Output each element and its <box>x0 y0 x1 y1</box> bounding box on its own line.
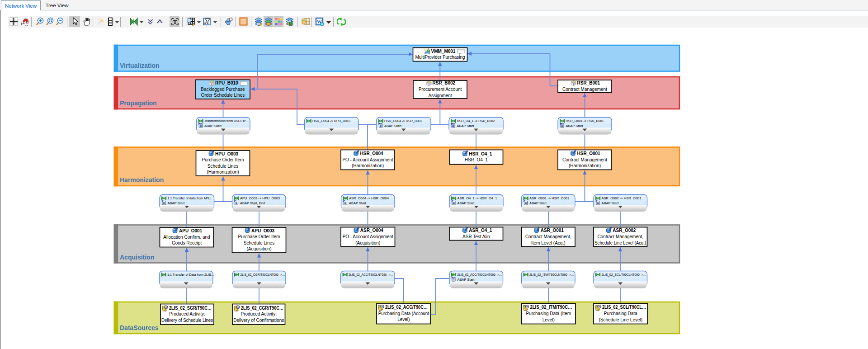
svg-text:1:1 Transfer of data from APU…: 1:1 Transfer of data from APU… <box>168 196 214 200</box>
svg-text:Backlogged Purchase: Backlogged Purchase <box>201 87 245 92</box>
svg-text:ASR_O002: ASR_O002 <box>613 228 636 233</box>
svg-text:ABAP Start, End: ABAP Start, End <box>240 201 265 205</box>
svg-text:Level): Level) <box>542 317 555 322</box>
svg-text:Harmonization: Harmonization <box>120 176 164 184</box>
svg-text:ASR_O001: ASR_O001 <box>541 228 564 233</box>
svg-text:ABAP Start: ABAP Start <box>529 201 547 205</box>
svg-text:PO - Account Assignment: PO - Account Assignment <box>343 234 393 239</box>
svg-text:ASR_O4_1: ASR_O4_1 <box>469 228 492 233</box>
svg-text:Contract Management,: Contract Management, <box>597 234 643 239</box>
svg-text:2LIS_02_ITM/T90C…: 2LIS_02_ITM/T90C… <box>530 305 572 310</box>
svg-text:Level): Level) <box>397 317 410 322</box>
svg-text:PO - Account Assignment: PO - Account Assignment <box>343 157 393 162</box>
svg-text:ASR_O001 -> HSR_O001: ASR_O001 -> HSR_O001 <box>529 196 569 200</box>
svg-text:Purchase Order Item: Purchase Order Item <box>202 157 244 162</box>
svg-text:ASR Test Alin: ASR Test Alin <box>462 234 490 239</box>
svg-text:2LIS_02_ACC/T90CLNT090 ->…: 2LIS_02_ACC/T90CLNT090 ->… <box>349 273 393 277</box>
svg-text:RSR_B002: RSR_B002 <box>433 80 456 85</box>
svg-text:HSR_O4_1 -> RSR_B002: HSR_O4_1 -> RSR_B002 <box>457 119 495 123</box>
svg-text:Purchasing Data (Item: Purchasing Data (Item <box>526 311 571 316</box>
svg-text:HSR_O4_1: HSR_O4_1 <box>469 151 492 156</box>
svg-text:Purchase Order Item: Purchase Order Item <box>238 234 280 239</box>
svg-text:2LIS_02_CGR/T90C…: 2LIS_02_CGR/T90C… <box>241 306 283 311</box>
svg-text:APU_O003 -> HPU_O003: APU_O003 -> HPU_O003 <box>240 196 280 200</box>
svg-text:2LIS_02_ACC/T90CLNT090 ->…: 2LIS_02_ACC/T90CLNT090 ->… <box>458 273 502 277</box>
svg-text:HSR_O004: HSR_O004 <box>360 151 384 156</box>
svg-text:ASR_O004: ASR_O004 <box>360 228 384 233</box>
svg-text:HSR_O004 -> RSR_B002: HSR_O004 -> RSR_B002 <box>384 119 422 123</box>
svg-text:(Acquisition): (Acquisition) <box>246 246 271 251</box>
svg-text:VMM_M001: VMM_M001 <box>431 49 456 54</box>
svg-text:Assignment: Assignment <box>428 93 452 98</box>
svg-text:HSR_O001: HSR_O001 <box>577 151 601 156</box>
svg-text:Delivery of Confirmations: Delivery of Confirmations <box>233 318 284 323</box>
svg-text:HSR_O001 -> RSR_B001: HSR_O001 -> RSR_B001 <box>566 119 604 123</box>
svg-text:RPU_B010: RPU_B010 <box>215 80 238 85</box>
svg-text:HSR_O004 -> RPU_B010: HSR_O004 -> RPU_B010 <box>312 119 350 123</box>
svg-text:Propagation: Propagation <box>120 99 157 107</box>
svg-text:Contract Management,: Contract Management, <box>525 234 571 239</box>
svg-text:2LIS_02_ACC/T90C…: 2LIS_02_ACC/T90C… <box>385 305 428 310</box>
svg-text:Order Schedule Lines: Order Schedule Lines <box>201 93 245 98</box>
svg-text:MultiProvider Purchasing: MultiProvider Purchasing <box>415 55 465 60</box>
svg-text:Allocation Confirm. and: Allocation Confirm. and <box>163 235 210 240</box>
svg-text:Procurement Account: Procurement Account <box>419 87 462 92</box>
svg-text:Virtualization: Virtualization <box>120 62 160 69</box>
svg-text:(Acquisition): (Acquisition) <box>355 241 380 245</box>
svg-text:ABAP Start: ABAP Start <box>168 201 185 205</box>
svg-text:Contract Management: Contract Management <box>562 157 607 162</box>
svg-text:Purchasing Data (Account: Purchasing Data (Account <box>378 311 429 316</box>
svg-text:2LIS_02_SCL/T90CL…: 2LIS_02_SCL/T90CL… <box>602 305 646 310</box>
svg-text:ABAP Start: ABAP Start <box>349 201 367 205</box>
svg-text:(Schedule Line Level): (Schedule Line Level) <box>599 317 642 322</box>
svg-text:Item Level (Acq.): Item Level (Acq.) <box>531 241 566 245</box>
svg-text:Schedule Lines: Schedule Lines <box>244 241 274 245</box>
svg-text:2LIS_02_CGR/T90CLNT090 ->…: 2LIS_02_CGR/T90CLNT090 ->… <box>241 273 285 277</box>
svg-text:HSR_O4_1: HSR_O4_1 <box>465 157 488 162</box>
svg-text:2LIS_02_SCL/T90CLNT090 ->…: 2LIS_02_SCL/T90CLNT090 ->… <box>602 273 646 277</box>
svg-text:ABAP Start: ABAP Start <box>458 201 475 205</box>
svg-text:Goods Receipt: Goods Receipt <box>172 241 202 245</box>
svg-text:Contract Management: Contract Management <box>562 87 607 92</box>
svg-text:Schedule Line Level (Acq.): Schedule Line Level (Acq.) <box>594 241 646 245</box>
svg-text:RSR_B001: RSR_B001 <box>577 80 600 85</box>
svg-text:ASR_O002 -> HSR_O001: ASR_O002 -> HSR_O001 <box>602 196 642 200</box>
svg-text:DataSources: DataSources <box>120 324 159 331</box>
svg-text:Purchasing Data: Purchasing Data <box>604 311 637 316</box>
svg-text:ASR_O4_1 -> HSR_O4_1: ASR_O4_1 -> HSR_O4_1 <box>458 196 497 200</box>
svg-text:2LIS_02_ITM/T90CLNT090 ->…: 2LIS_02_ITM/T90CLNT090 ->… <box>529 273 574 277</box>
svg-text:HPU_O003: HPU_O003 <box>215 151 239 156</box>
svg-text:(Harmonization): (Harmonization) <box>352 163 384 168</box>
svg-text:2LIS_02_SGR/T90C…: 2LIS_02_SGR/T90C… <box>169 306 212 311</box>
svg-text:APU_O003: APU_O003 <box>251 228 275 233</box>
svg-text:(Harmonization): (Harmonization) <box>569 163 601 168</box>
svg-text:ABAP Start: ABAP Start <box>204 124 222 128</box>
svg-text:APU_O001: APU_O001 <box>179 228 203 233</box>
svg-text:Produced Activity:: Produced Activity: <box>169 311 205 316</box>
svg-text:Delivery of Schedule Lines: Delivery of Schedule Lines <box>161 318 213 323</box>
svg-text:Transformation from DSO HP…: Transformation from DSO HP… <box>204 119 249 123</box>
svg-text:ABAP Start: ABAP Start <box>566 124 584 128</box>
svg-text:ABAP Start: ABAP Start <box>384 124 402 128</box>
svg-text:1:1 Transfer of Data from 2LIS: 1:1 Transfer of Data from 2LIS… <box>167 273 214 277</box>
svg-text:Schedule Lines: Schedule Lines <box>208 164 238 169</box>
svg-text:(Harmonization): (Harmonization) <box>207 170 239 174</box>
svg-text:ASR_O004 -> HSR_O004: ASR_O004 -> HSR_O004 <box>349 196 389 200</box>
svg-text:ABAP Start: ABAP Start <box>458 278 475 282</box>
svg-text:ABAP Start: ABAP Start <box>457 124 475 128</box>
svg-text:Acquisition: Acquisition <box>120 254 154 261</box>
svg-text:Produced Activity:: Produced Activity: <box>241 311 277 316</box>
svg-text:ABAP Start: ABAP Start <box>602 201 619 205</box>
